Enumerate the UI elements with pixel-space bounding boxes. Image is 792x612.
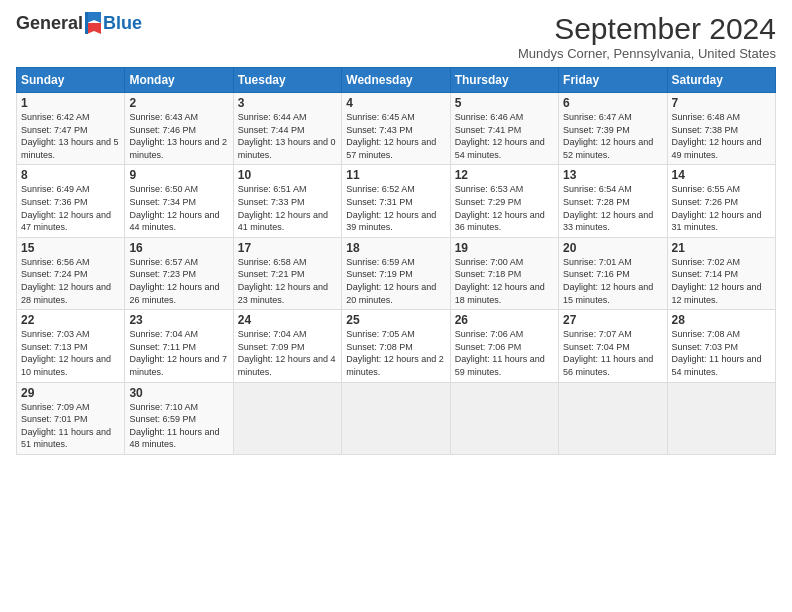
day-number: 22 [21,313,120,327]
day-info: Sunrise: 7:03 AMSunset: 7:13 PMDaylight:… [21,328,120,378]
table-row: 19Sunrise: 7:00 AMSunset: 7:18 PMDayligh… [450,237,558,309]
day-number: 11 [346,168,445,182]
day-number: 17 [238,241,337,255]
day-info: Sunrise: 7:02 AMSunset: 7:14 PMDaylight:… [672,256,771,306]
day-info: Sunrise: 6:42 AMSunset: 7:47 PMDaylight:… [21,111,120,161]
day-info: Sunrise: 7:09 AMSunset: 7:01 PMDaylight:… [21,401,120,451]
day-info: Sunrise: 6:55 AMSunset: 7:26 PMDaylight:… [672,183,771,233]
day-number: 13 [563,168,662,182]
table-row: 20Sunrise: 7:01 AMSunset: 7:16 PMDayligh… [559,237,667,309]
day-number: 10 [238,168,337,182]
header-wednesday: Wednesday [342,68,450,93]
day-number: 21 [672,241,771,255]
day-info: Sunrise: 6:46 AMSunset: 7:41 PMDaylight:… [455,111,554,161]
calendar-week-row: 22Sunrise: 7:03 AMSunset: 7:13 PMDayligh… [17,310,776,382]
day-number: 15 [21,241,120,255]
table-row: 3Sunrise: 6:44 AMSunset: 7:44 PMDaylight… [233,93,341,165]
header-monday: Monday [125,68,233,93]
day-info: Sunrise: 6:53 AMSunset: 7:29 PMDaylight:… [455,183,554,233]
day-number: 9 [129,168,228,182]
table-row: 18Sunrise: 6:59 AMSunset: 7:19 PMDayligh… [342,237,450,309]
day-info: Sunrise: 6:45 AMSunset: 7:43 PMDaylight:… [346,111,445,161]
table-row: 21Sunrise: 7:02 AMSunset: 7:14 PMDayligh… [667,237,775,309]
table-row: 2Sunrise: 6:43 AMSunset: 7:46 PMDaylight… [125,93,233,165]
table-row: 24Sunrise: 7:04 AMSunset: 7:09 PMDayligh… [233,310,341,382]
table-row: 15Sunrise: 6:56 AMSunset: 7:24 PMDayligh… [17,237,125,309]
day-info: Sunrise: 7:07 AMSunset: 7:04 PMDaylight:… [563,328,662,378]
day-number: 26 [455,313,554,327]
day-number: 8 [21,168,120,182]
table-row [342,382,450,454]
svg-marker-1 [87,23,101,34]
day-number: 18 [346,241,445,255]
table-row: 4Sunrise: 6:45 AMSunset: 7:43 PMDaylight… [342,93,450,165]
day-number: 2 [129,96,228,110]
calendar-table: Sunday Monday Tuesday Wednesday Thursday… [16,67,776,455]
table-row: 17Sunrise: 6:58 AMSunset: 7:21 PMDayligh… [233,237,341,309]
calendar-week-row: 15Sunrise: 6:56 AMSunset: 7:24 PMDayligh… [17,237,776,309]
table-row: 16Sunrise: 6:57 AMSunset: 7:23 PMDayligh… [125,237,233,309]
table-row: 11Sunrise: 6:52 AMSunset: 7:31 PMDayligh… [342,165,450,237]
day-number: 24 [238,313,337,327]
day-info: Sunrise: 6:57 AMSunset: 7:23 PMDaylight:… [129,256,228,306]
table-row: 6Sunrise: 6:47 AMSunset: 7:39 PMDaylight… [559,93,667,165]
day-number: 12 [455,168,554,182]
header: General Blue September 2024 Mundys Corne… [16,12,776,61]
table-row: 12Sunrise: 6:53 AMSunset: 7:29 PMDayligh… [450,165,558,237]
table-row: 9Sunrise: 6:50 AMSunset: 7:34 PMDaylight… [125,165,233,237]
table-row: 28Sunrise: 7:08 AMSunset: 7:03 PMDayligh… [667,310,775,382]
header-saturday: Saturday [667,68,775,93]
day-number: 29 [21,386,120,400]
table-row: 10Sunrise: 6:51 AMSunset: 7:33 PMDayligh… [233,165,341,237]
day-number: 23 [129,313,228,327]
day-info: Sunrise: 6:51 AMSunset: 7:33 PMDaylight:… [238,183,337,233]
table-row: 26Sunrise: 7:06 AMSunset: 7:06 PMDayligh… [450,310,558,382]
title-area: September 2024 Mundys Corner, Pennsylvan… [518,12,776,61]
table-row: 29Sunrise: 7:09 AMSunset: 7:01 PMDayligh… [17,382,125,454]
day-info: Sunrise: 6:54 AMSunset: 7:28 PMDaylight:… [563,183,662,233]
calendar-week-row: 1Sunrise: 6:42 AMSunset: 7:47 PMDaylight… [17,93,776,165]
day-info: Sunrise: 6:43 AMSunset: 7:46 PMDaylight:… [129,111,228,161]
table-row: 23Sunrise: 7:04 AMSunset: 7:11 PMDayligh… [125,310,233,382]
location: Mundys Corner, Pennsylvania, United Stat… [518,46,776,61]
calendar-week-row: 8Sunrise: 6:49 AMSunset: 7:36 PMDaylight… [17,165,776,237]
logo: General Blue [16,12,142,34]
day-number: 27 [563,313,662,327]
header-friday: Friday [559,68,667,93]
svg-rect-2 [85,12,88,34]
day-info: Sunrise: 6:49 AMSunset: 7:36 PMDaylight:… [21,183,120,233]
calendar-header-row: Sunday Monday Tuesday Wednesday Thursday… [17,68,776,93]
day-info: Sunrise: 7:10 AMSunset: 6:59 PMDaylight:… [129,401,228,451]
table-row: 22Sunrise: 7:03 AMSunset: 7:13 PMDayligh… [17,310,125,382]
day-number: 4 [346,96,445,110]
day-number: 28 [672,313,771,327]
day-number: 3 [238,96,337,110]
table-row: 13Sunrise: 6:54 AMSunset: 7:28 PMDayligh… [559,165,667,237]
day-number: 16 [129,241,228,255]
day-info: Sunrise: 6:59 AMSunset: 7:19 PMDaylight:… [346,256,445,306]
day-number: 30 [129,386,228,400]
table-row: 5Sunrise: 6:46 AMSunset: 7:41 PMDaylight… [450,93,558,165]
day-number: 14 [672,168,771,182]
day-number: 1 [21,96,120,110]
svg-marker-0 [87,12,101,23]
day-info: Sunrise: 7:01 AMSunset: 7:16 PMDaylight:… [563,256,662,306]
day-number: 25 [346,313,445,327]
logo-general-text: General [16,13,83,34]
logo-blue-text: Blue [103,13,142,34]
table-row: 14Sunrise: 6:55 AMSunset: 7:26 PMDayligh… [667,165,775,237]
day-info: Sunrise: 6:47 AMSunset: 7:39 PMDaylight:… [563,111,662,161]
month-title: September 2024 [518,12,776,46]
header-sunday: Sunday [17,68,125,93]
table-row: 27Sunrise: 7:07 AMSunset: 7:04 PMDayligh… [559,310,667,382]
day-info: Sunrise: 7:04 AMSunset: 7:09 PMDaylight:… [238,328,337,378]
day-info: Sunrise: 7:08 AMSunset: 7:03 PMDaylight:… [672,328,771,378]
day-info: Sunrise: 7:06 AMSunset: 7:06 PMDaylight:… [455,328,554,378]
day-number: 5 [455,96,554,110]
table-row: 7Sunrise: 6:48 AMSunset: 7:38 PMDaylight… [667,93,775,165]
day-number: 19 [455,241,554,255]
table-row [667,382,775,454]
day-info: Sunrise: 7:00 AMSunset: 7:18 PMDaylight:… [455,256,554,306]
day-number: 6 [563,96,662,110]
day-info: Sunrise: 7:05 AMSunset: 7:08 PMDaylight:… [346,328,445,378]
